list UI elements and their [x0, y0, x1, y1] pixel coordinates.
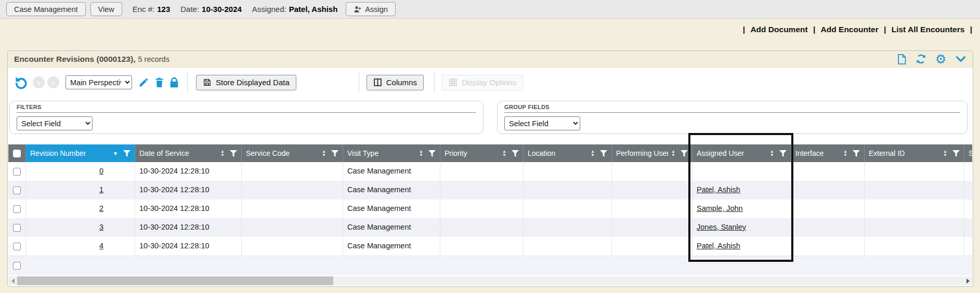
chevron-down-icon[interactable] — [955, 53, 966, 65]
column-header-revision-number[interactable]: Revision Number ▼ — [26, 144, 135, 162]
sort-icon[interactable]: ▲▼ — [419, 150, 423, 157]
assigned-label: Assigned: — [252, 5, 286, 14]
filters-field-select[interactable]: Select Field — [17, 116, 93, 130]
scroll-right-arrow[interactable] — [963, 276, 972, 285]
cell-clipped — [964, 181, 972, 199]
view-button[interactable]: View — [90, 2, 122, 16]
sort-icon[interactable]: ▲▼ — [502, 150, 506, 157]
gear-icon[interactable]: ⚙ — [935, 53, 947, 65]
revision-link[interactable]: 4 — [99, 242, 103, 250]
store-displayed-data-button[interactable]: Store Displayed Data — [196, 75, 296, 90]
row-checkbox[interactable] — [13, 262, 21, 270]
column-header-performing-user[interactable]: Performing User ▲▼ — [612, 144, 692, 162]
revision-link[interactable]: 3 — [99, 223, 103, 231]
columns-button[interactable]: Columns — [367, 75, 424, 90]
column-header-service-code[interactable]: Service Code ▲▼ — [242, 144, 343, 162]
edit-pencil-icon[interactable] — [138, 77, 149, 88]
row-checkbox[interactable] — [13, 224, 21, 232]
sort-icon[interactable]: ▲▼ — [843, 150, 847, 157]
row-checkbox[interactable] — [13, 168, 21, 176]
next-record-button[interactable]: › — [47, 76, 59, 88]
filter-icon[interactable] — [853, 150, 860, 157]
filter-icon[interactable] — [123, 150, 130, 157]
refresh-icon[interactable] — [915, 53, 927, 65]
list-all-encounters-link[interactable]: List All Encounters — [892, 25, 965, 34]
filter-icon[interactable] — [230, 150, 237, 157]
row-select-cell — [8, 237, 26, 256]
perspective-select[interactable]: Main Perspective — [66, 75, 132, 89]
assigned-user-link[interactable]: Jones, Stanley — [697, 223, 746, 231]
add-encounter-link[interactable]: Add Encounter — [821, 25, 879, 34]
separator: | — [743, 25, 745, 34]
delete-trash-icon[interactable] — [154, 77, 164, 88]
assigned-value: Patel, Ashish — [289, 5, 338, 14]
document-icon[interactable] — [895, 53, 907, 65]
cell-service-code — [242, 162, 343, 181]
revision-link[interactable]: 1 — [99, 185, 103, 194]
select-all-checkbox[interactable] — [13, 150, 21, 157]
cell-interface — [791, 181, 865, 199]
scroll-left-arrow[interactable] — [8, 276, 17, 285]
sort-icon[interactable]: ▲▼ — [770, 150, 774, 157]
sort-icon[interactable]: ▲▼ — [671, 150, 675, 157]
add-document-link[interactable]: Add Document — [750, 25, 807, 34]
sort-desc-icon[interactable]: ▼ — [113, 151, 118, 156]
column-header-priority[interactable]: Priority ▲▼ — [440, 144, 524, 162]
sort-icon[interactable]: ▲▼ — [943, 150, 947, 157]
encounter-revisions-panel: Encounter Revisions (0000123), 5 records… — [7, 50, 973, 287]
filter-icon[interactable] — [779, 150, 787, 157]
column-header-visit-type[interactable]: Visit Type ▲▼ — [343, 144, 440, 162]
sort-icon[interactable]: ▲▼ — [322, 150, 326, 157]
case-management-button[interactable]: Case Management — [6, 2, 86, 16]
lock-icon[interactable] — [169, 77, 179, 88]
cell-location — [524, 181, 612, 199]
date-label: Date: — [180, 5, 199, 14]
assigned-user-link[interactable]: Patel, Ashish — [697, 185, 740, 194]
filter-icon[interactable] — [331, 150, 338, 157]
table-row[interactable]: 3 10-30-2024 12:28:10 Case Management Jo… — [8, 218, 972, 237]
cell-priority — [440, 218, 524, 237]
cell-interface — [791, 199, 865, 218]
column-header-date-of-service[interactable]: Date of Service ▲▼ — [135, 144, 242, 162]
column-header-clipped[interactable]: S — [964, 144, 972, 162]
table-row[interactable]: 4 10-30-2024 12:28:10 Case Management Pa… — [8, 237, 972, 256]
sort-icon[interactable]: ▲▼ — [220, 150, 225, 157]
enc-label: Enc #: — [133, 5, 155, 14]
row-checkbox[interactable] — [13, 243, 21, 250]
table-row[interactable]: 1 10-30-2024 12:28:10 Case Management Pa… — [8, 181, 972, 199]
row-checkbox[interactable] — [13, 187, 21, 194]
cell-service-code — [242, 218, 343, 237]
cell-date-of-service: 10-30-2024 12:28:10 — [135, 199, 242, 218]
cell-clipped — [964, 237, 972, 256]
filter-icon[interactable] — [512, 150, 519, 157]
prev-record-button[interactable]: ‹ — [33, 76, 45, 88]
column-header-location[interactable]: Location ▲▼ — [524, 144, 612, 162]
undo-icon[interactable] — [14, 75, 28, 89]
filter-icon[interactable] — [600, 150, 607, 157]
date-value: 10-30-2024 — [202, 5, 242, 14]
revision-link[interactable]: 0 — [99, 167, 103, 175]
scrollbar-thumb[interactable] — [17, 276, 333, 285]
cell-revision-number: 4 — [26, 237, 135, 256]
cell-clipped — [964, 199, 972, 218]
select-all-header[interactable] — [8, 144, 26, 162]
column-header-external-id[interactable]: External ID ▲▼ — [865, 144, 964, 162]
filter-icon[interactable] — [681, 150, 688, 157]
column-header-interface[interactable]: Interface ▲▼ — [791, 144, 865, 162]
assigned-user-link[interactable]: Patel, Ashish — [697, 242, 740, 250]
row-checkbox[interactable] — [13, 205, 21, 213]
group-fields-label: GROUP FIELDS — [504, 104, 960, 113]
filter-icon[interactable] — [428, 150, 436, 157]
group-fields-select[interactable]: Select Field — [504, 116, 580, 130]
column-header-assigned-user[interactable]: Assigned User ▲▼ — [692, 144, 791, 162]
filter-icon[interactable] — [952, 150, 960, 157]
revision-link[interactable]: 2 — [99, 204, 103, 212]
assign-button[interactable]: Assign — [346, 2, 396, 16]
table-row[interactable]: 2 10-30-2024 12:28:10 Case Management Sa… — [8, 199, 972, 218]
table-row[interactable]: 0 10-30-2024 12:28:10 Case Management — [8, 162, 972, 181]
sort-icon[interactable]: ▲▼ — [591, 150, 595, 157]
horizontal-scrollbar[interactable] — [8, 276, 972, 285]
cell-assigned-user: Patel, Ashish — [692, 181, 791, 199]
assigned-user-link[interactable]: Sample, John — [697, 204, 743, 212]
grid-toolbar: ‹ › Main Perspective Store Displayed Dat… — [8, 68, 973, 97]
